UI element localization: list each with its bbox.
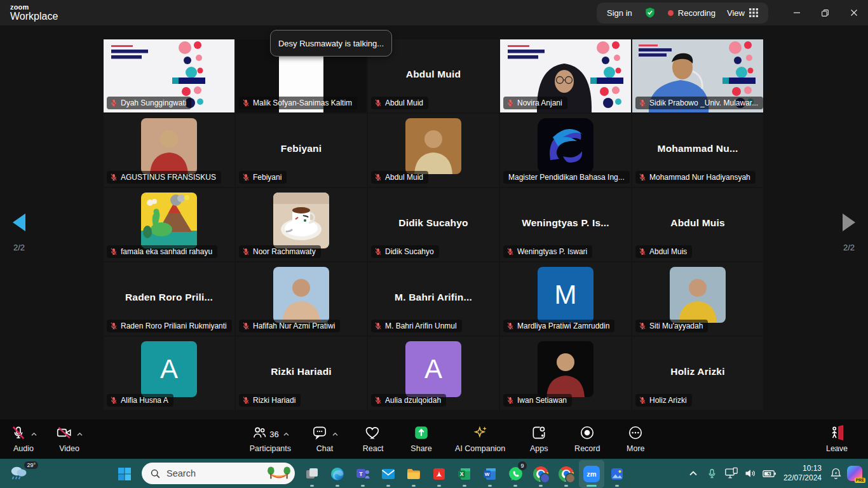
tray-bell-icon[interactable]: z <box>826 461 845 486</box>
chevron-up-icon[interactable] <box>283 432 290 437</box>
participant-name-label: Siti Mu'ayyadah <box>635 320 708 332</box>
participant-display-name: M. Bahri Arifin... <box>368 292 499 303</box>
chevron-up-icon[interactable] <box>31 432 37 437</box>
participant-tile[interactable]: Abdul Muid <box>368 114 499 187</box>
taskbar-explorer-icon[interactable] <box>401 460 426 488</box>
participant-avatar <box>141 118 197 174</box>
participant-tile[interactable]: Novira Anjani <box>500 39 631 112</box>
participant-name-label: Abdul Muid <box>371 97 428 109</box>
participant-tile[interactable]: Mohammad Nu...Mohammad Nur Hadiyansyah <box>632 114 763 187</box>
tray-speaker-icon[interactable] <box>741 461 760 486</box>
chat-icon <box>311 424 328 444</box>
participant-tile[interactable]: MMardliya Pratiwi Zamruddin <box>500 262 631 336</box>
view-button[interactable]: View <box>727 8 758 18</box>
participant-tile[interactable]: Magister Pendidikan Bahasa Ing... <box>500 114 631 187</box>
search-highlight-art[interactable] <box>267 465 291 482</box>
previous-page-arrow[interactable] <box>13 214 25 231</box>
running-indicator <box>412 485 416 487</box>
system-tray: 10:13 22/07/2024 zPRE <box>684 459 864 488</box>
participant-avatar <box>405 118 461 174</box>
taskbar-zoom-icon[interactable]: zm <box>579 460 604 488</box>
taskbar-clock[interactable]: 10:13 22/07/2024 <box>783 464 822 483</box>
taskbar-edge-icon[interactable] <box>325 460 350 488</box>
participant-display-name: Mohammad Nu... <box>632 143 763 154</box>
taskbar-whatsapp-icon[interactable]: 9 <box>503 460 528 488</box>
leave-button[interactable]: Leave <box>822 425 851 453</box>
participant-avatar <box>141 193 197 248</box>
audio-button[interactable]: Audio <box>9 425 38 453</box>
tray-battery-icon[interactable] <box>760 461 779 486</box>
taskbar-chrome-work-icon[interactable] <box>528 460 553 488</box>
more-button[interactable]: More <box>621 425 650 453</box>
participant-tile[interactable]: Abdul MuisAbdul Muis <box>632 188 763 261</box>
restore-button[interactable] <box>811 0 839 25</box>
running-indicator <box>587 485 597 487</box>
record-button[interactable]: Record <box>573 425 602 453</box>
close-button[interactable] <box>839 0 868 25</box>
participant-tile[interactable]: Hafifah Nur Azmi Pratiwi <box>236 262 367 336</box>
participants-icon <box>251 424 268 444</box>
leave-icon <box>829 424 845 444</box>
ai-companion-button[interactable]: AI Companion <box>455 425 505 453</box>
chat-button[interactable]: Chat <box>310 425 339 453</box>
react-button[interactable]: React <box>358 425 388 453</box>
participant-tile[interactable]: AAulia dzulqoidah <box>368 337 499 410</box>
previous-page-control: 2/2 <box>5 214 33 252</box>
participant-name-label: M. Bahri Arifin Unmul <box>371 320 462 332</box>
security-shield-icon[interactable] <box>644 6 656 19</box>
participant-tile[interactable]: famala eka sanhadi rahayu <box>104 188 234 261</box>
taskbar-taskview-icon[interactable] <box>299 460 325 488</box>
participant-tile[interactable]: M. Bahri Arifin...M. Bahri Arifin Unmul <box>368 262 499 336</box>
participant-tile[interactable]: Dyah Sunggingwati <box>104 39 234 112</box>
muted-mic-icon <box>638 396 647 405</box>
apps-button[interactable]: Apps <box>524 425 553 453</box>
muted-mic-icon <box>638 322 647 330</box>
muted-mic-icon <box>374 247 383 256</box>
sign-in-button[interactable]: Sign in <box>607 8 632 18</box>
muted-mic-icon <box>241 173 250 182</box>
participant-tile[interactable]: Sidik Prabowo _Univ. Mulawar... <box>632 39 763 112</box>
taskbar-app-row: Search TXW9zm <box>112 459 630 488</box>
participant-tile[interactable]: Raden Roro Prili...Raden Roro Priliani R… <box>104 262 234 336</box>
tray-copilot-icon[interactable]: PRE <box>845 461 864 486</box>
taskbar-word-icon[interactable]: W <box>477 460 503 488</box>
chevron-up-icon[interactable] <box>76 432 83 437</box>
participant-name-label: Mohammad Nur Hadiyansyah <box>635 171 756 184</box>
taskbar-chrome-personal-icon[interactable] <box>553 460 579 488</box>
participant-tile[interactable]: Holiz ArizkiHoliz Arizki <box>632 337 763 410</box>
share-button[interactable]: Share <box>407 425 436 453</box>
minimize-button[interactable] <box>782 0 811 25</box>
participant-tile[interactable]: AAlifia Husna A <box>104 337 234 410</box>
video-button[interactable]: Video <box>55 425 84 453</box>
participant-tile[interactable]: Weningtyas P. Is...Weningtyas P. Iswari <box>500 188 631 261</box>
tray-display-icon[interactable] <box>722 461 741 486</box>
participant-name-label: Hafifah Nur Azmi Pratiwi <box>239 320 340 332</box>
taskbar-acrobat-icon[interactable] <box>426 460 452 488</box>
weather-widget[interactable]: 29° <box>8 463 37 484</box>
participant-tile[interactable]: FebiyaniFebiyani <box>236 114 367 187</box>
page-indicator-left: 2/2 <box>5 243 33 252</box>
taskbar-photos-icon[interactable] <box>604 460 630 488</box>
tray-chevron-up-icon[interactable] <box>684 461 703 486</box>
start-button[interactable] <box>112 460 137 488</box>
participant-tile[interactable]: Iwan Setiawan <box>500 337 631 410</box>
taskbar-mail-icon[interactable] <box>376 460 401 488</box>
participant-tile[interactable]: Rizki HariadiRizki Hariadi <box>236 337 367 410</box>
participant-avatar <box>538 118 593 174</box>
participant-name-label: Dyah Sunggingwati <box>107 97 191 109</box>
next-page-arrow[interactable] <box>843 214 855 231</box>
tray-mic-icon[interactable] <box>703 461 722 486</box>
running-indicator <box>615 485 619 487</box>
participant-avatar <box>538 341 593 397</box>
taskbar-excel-icon[interactable]: X <box>452 460 477 488</box>
taskbar-teams-icon[interactable]: T <box>350 460 376 488</box>
toolbar-left-group: Audio Video <box>9 425 84 453</box>
participant-tile[interactable]: AGUSTINUS FRANSISKUS <box>104 114 234 187</box>
taskbar-search[interactable]: Search <box>142 463 295 484</box>
participant-tile[interactable]: Noor Rachmawaty <box>236 188 367 261</box>
participants-button[interactable]: 36 Participants <box>250 425 291 453</box>
participant-tile[interactable]: Didik SucahyoDidik Sucahyo <box>368 188 499 261</box>
muted-mic-icon <box>109 396 118 405</box>
chevron-up-icon[interactable] <box>332 432 339 437</box>
participant-tile[interactable]: Siti Mu'ayyadah <box>632 262 763 336</box>
